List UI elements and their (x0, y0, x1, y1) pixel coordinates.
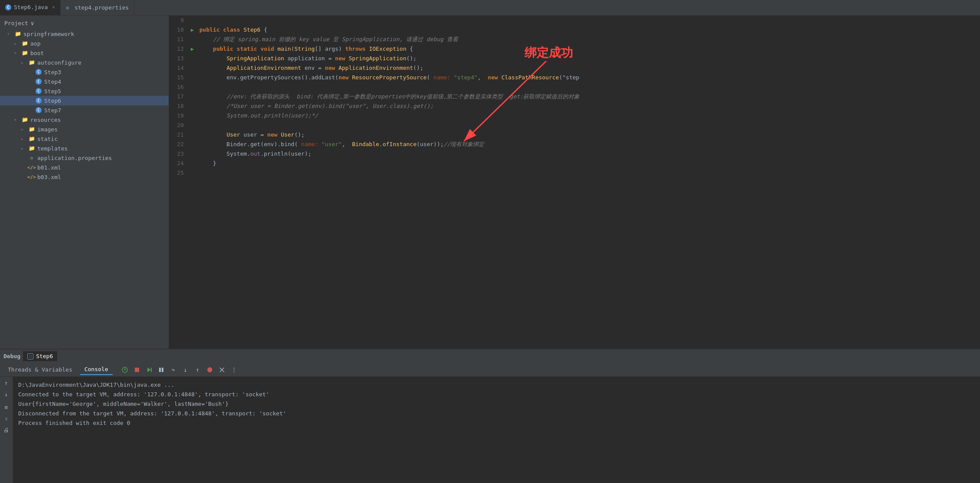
label-static: static (37, 136, 58, 142)
tab-step6-java[interactable]: C Step6.java ✕ (0, 0, 61, 15)
line-num-17: 17 (169, 92, 191, 101)
project-header[interactable]: Project ∨ (0, 17, 169, 29)
step-out-btn[interactable]: ↑ (193, 366, 202, 374)
pause-btn[interactable] (157, 366, 166, 374)
java-icon: C (5, 4, 11, 10)
tree-item-step5[interactable]: C Step5 (0, 86, 169, 96)
tree-item-step7[interactable]: C Step7 (0, 105, 169, 115)
svg-rect-2 (135, 368, 139, 372)
code-content-10: public class Step6 { (199, 25, 980, 35)
folder-icon-autoconfigure: 📁 (28, 59, 36, 66)
code-line-10: 10 ▶ public class Step6 { (169, 25, 980, 35)
code-content-18: /*User user = Binder.get(env).bind("user… (199, 101, 980, 111)
sidebar: Project ∨ 📁 springframework 📁 aop 📁 boot… (0, 16, 169, 349)
clear-btn[interactable] (218, 366, 226, 374)
bottom-tab-step6[interactable]: □ Step6 (23, 351, 57, 361)
code-line-9: 9 (169, 16, 980, 25)
tab-bar: C Step6.java ✕ ⚙ step4.properties (0, 0, 980, 16)
tree-item-resources[interactable]: 📁 resources (0, 115, 169, 124)
scroll-up-btn[interactable]: ↑ (2, 379, 11, 387)
step-into-btn[interactable]: ↓ (181, 366, 190, 374)
java-icon-step7: C (35, 106, 42, 114)
code-line-16: 16 (169, 82, 980, 92)
code-content-13: SpringApplication application = new Spri… (199, 54, 980, 63)
tree-item-autoconfigure[interactable]: 📁 autoconfigure (0, 58, 169, 67)
align-btn[interactable]: ≡ (2, 403, 11, 411)
debug-tabs: Threads & Variables Console ↷ (0, 363, 980, 377)
line-num-19: 19 (169, 111, 191, 121)
label-springframework: springframework (23, 31, 74, 37)
restart-btn[interactable] (120, 366, 129, 374)
arrow-autoconfigure (21, 60, 28, 65)
xml-icon-b01: </> (28, 163, 36, 171)
tab-step6-close[interactable]: ✕ (52, 4, 55, 10)
label-step3: Step3 (44, 69, 61, 75)
print-btn[interactable]: 🖨 (2, 425, 11, 434)
label-step4: Step4 (44, 78, 61, 85)
code-content-15: env.getPropertySources().addLast(new Res… (199, 73, 980, 82)
java-icon-step6: C (35, 97, 42, 104)
step-over-btn[interactable]: ↷ (169, 366, 178, 374)
code-content-22: Binder.get(env).bind( name: "user", Bind… (199, 140, 980, 149)
tree-item-springframework[interactable]: 📁 springframework (0, 29, 169, 39)
tree-item-application-props[interactable]: ⚙ application.properties (0, 153, 169, 163)
debug-content: ↑ ↓ ≡ ⇩ 🖨 D:\JavaEnvironment\Java\JDK17\… (0, 377, 980, 483)
tab-threads-vars[interactable]: Threads & Variables (3, 365, 77, 375)
line-num-10: 10 (169, 25, 191, 35)
line-num-13: 13 (169, 54, 191, 63)
xml-icon-b03: </> (28, 173, 36, 181)
code-line-22: 22 Binder.get(env).bind( name: "user", B… (169, 140, 980, 149)
folder-icon-aop: 📁 (21, 39, 29, 47)
stop-btn[interactable] (133, 366, 141, 374)
tab-step4-props[interactable]: ⚙ step4.properties (61, 0, 134, 15)
code-editor[interactable]: 9 10 ▶ public class Step6 { 11 // 绑定 spr… (169, 16, 980, 349)
resume-btn[interactable] (145, 366, 153, 374)
bottom-strip: Debug □ Step6 (0, 349, 980, 363)
arrow-images (21, 127, 28, 132)
line-num-9: 9 (169, 16, 191, 25)
tree-item-step6[interactable]: C Step6 (0, 96, 169, 105)
code-line-21: 21 User user = new User(); (169, 130, 980, 140)
java-icon-step5: C (35, 87, 42, 95)
project-label: Project (4, 20, 28, 26)
debug-toolbar: ↷ ↓ ↑ ⋮ (120, 366, 238, 374)
line-num-25: 25 (169, 168, 191, 178)
debug-label: Debug (3, 353, 20, 359)
label-autoconfigure: autoconfigure (37, 59, 81, 66)
tree-item-b01xml[interactable]: </> b01.xml (0, 163, 169, 172)
console-line-4: Disconnected from the target VM, address… (18, 409, 975, 418)
line-num-12: 12 (169, 44, 191, 54)
tree-item-b03xml[interactable]: </> b03.xml (0, 172, 169, 182)
tree-item-images[interactable]: 📁 images (0, 124, 169, 134)
code-content-14: ApplicationEnvironment env = new Applica… (199, 63, 980, 73)
scroll-to-end-btn[interactable]: ⇩ (2, 414, 11, 423)
more-options-btn[interactable]: ⋮ (230, 366, 238, 374)
tree-item-static[interactable]: 📁 static (0, 134, 169, 144)
code-content-19: System.out.println(user);*/ (199, 111, 980, 121)
console-output: D:\JavaEnvironment\Java\JDK17\bin\java.e… (13, 377, 980, 483)
label-application-props: application.properties (37, 155, 112, 161)
tree-item-boot[interactable]: 📁 boot (0, 48, 169, 58)
scroll-down-btn[interactable]: ↓ (2, 390, 11, 398)
tree-item-step4[interactable]: C Step4 (0, 77, 169, 86)
folder-icon-static: 📁 (28, 135, 36, 143)
console-sidebar: ↑ ↓ ≡ ⇩ 🖨 (0, 377, 13, 483)
label-step7: Step7 (44, 107, 61, 114)
arrow-boot (14, 50, 21, 56)
tree-item-step3[interactable]: C Step3 (0, 67, 169, 77)
tree-item-templates[interactable]: 📁 templates (0, 144, 169, 153)
tree-item-aop[interactable]: 📁 aop (0, 39, 169, 48)
line-num-14: 14 (169, 63, 191, 73)
tab-console[interactable]: Console (80, 364, 113, 375)
line-num-16: 16 (169, 82, 191, 92)
code-line-12: 12 ▶ public static void main(String[] ar… (169, 44, 980, 54)
debug-panel: Debug □ Step6 Threads & Variables Consol… (0, 349, 980, 483)
breakpoint-btn[interactable] (205, 366, 214, 374)
label-b03xml: b03.xml (37, 174, 61, 180)
console-line-2: Connected to the target VM, address: '12… (18, 390, 975, 399)
code-content-24: } (199, 159, 980, 168)
run-10: ▶ (191, 25, 199, 35)
code-line-13: 13 SpringApplication application = new S… (169, 54, 980, 63)
svg-rect-4 (151, 368, 152, 372)
arrow-aop (14, 41, 21, 46)
